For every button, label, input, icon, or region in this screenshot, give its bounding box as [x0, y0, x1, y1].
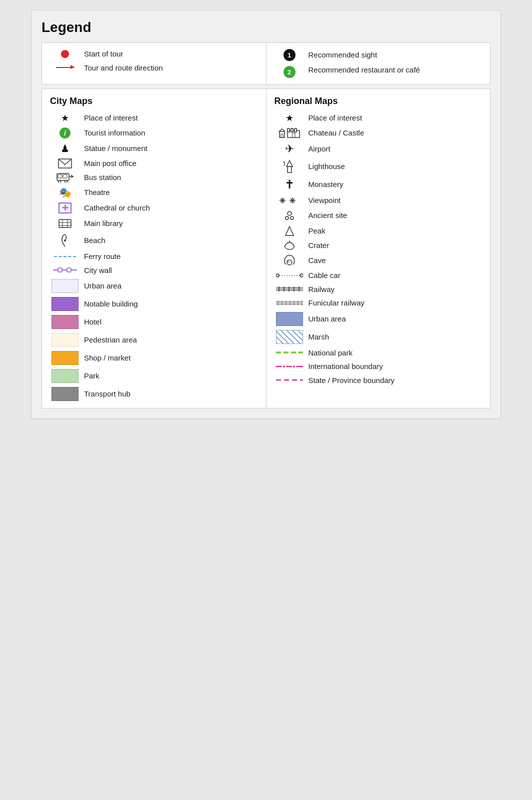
regional-maps-column: Regional Maps ★ Place of interest	[266, 89, 490, 408]
cathedral-church-icon-cell: ✛	[50, 202, 80, 214]
svg-point-37	[290, 216, 294, 220]
urban-area-regional-icon-cell	[274, 312, 304, 326]
svg-point-63	[283, 366, 285, 368]
theatre-row: 🎭 Theatre	[50, 186, 261, 198]
place-interest-regional-row: ★ Place of interest	[274, 112, 486, 124]
cathedral-church-label: Cathedral or church	[80, 203, 261, 213]
viewpoint-label: Viewpoint	[304, 196, 486, 206]
funicular-railway-icon-cell	[274, 300, 304, 306]
svg-point-5	[65, 180, 68, 183]
urban-area-city-box-icon	[52, 279, 78, 293]
urban-area-city-row: Urban area	[50, 279, 261, 293]
svg-rect-19	[288, 128, 290, 132]
svg-rect-23	[288, 166, 292, 172]
recommended-sight-icon-cell: 1	[274, 49, 304, 61]
ancient-site-label: Ancient site	[304, 210, 486, 220]
national-park-line-icon	[276, 350, 303, 354]
city-wall-row: City wall	[50, 266, 261, 276]
beach-icon-cell	[50, 234, 80, 248]
marsh-box-icon	[276, 330, 303, 344]
svg-point-42	[276, 274, 279, 277]
place-interest-regional-icon-cell: ★	[274, 112, 304, 124]
main-post-office-label: Main post office	[80, 158, 261, 168]
airport-icon-cell: ✈	[274, 142, 304, 156]
marsh-label: Marsh	[304, 332, 486, 342]
airport-label: Airport	[304, 144, 486, 154]
viewpoint-icon	[278, 196, 300, 206]
international-boundary-label: International boundary	[304, 362, 486, 372]
notable-building-box-icon	[52, 297, 78, 311]
green-info-icon: i	[60, 128, 70, 138]
num-2-icon: 2	[284, 66, 296, 78]
ancient-site-icon-cell	[274, 210, 304, 222]
star-icon: ★	[61, 112, 69, 124]
svg-rect-22	[292, 133, 295, 138]
shop-market-label: Shop / market	[80, 353, 261, 363]
hotel-row: Hotel	[50, 315, 261, 329]
notable-building-row: Notable building	[50, 297, 261, 311]
cave-row: Cave	[274, 254, 486, 266]
transport-hub-box-icon	[52, 387, 78, 401]
notable-building-label: Notable building	[80, 299, 261, 309]
cross-icon: ✝	[284, 178, 294, 192]
top-section: Start of tour Tour and route direction 1…	[42, 42, 490, 84]
shop-market-icon-cell	[50, 351, 80, 365]
red-arrow-icon	[56, 67, 74, 68]
park-icon-cell	[50, 369, 80, 383]
cave-icon-cell	[274, 254, 304, 266]
statue-monument-row: ♟ Statue / monument	[50, 142, 261, 154]
svg-rect-20	[291, 128, 293, 132]
start-of-tour-icon-cell	[50, 50, 80, 58]
svg-rect-17	[281, 134, 283, 138]
transport-hub-icon-cell	[50, 387, 80, 401]
chateau-castle-label: Chateau / Castle	[304, 128, 486, 138]
airport-row: ✈ Airport	[274, 142, 486, 156]
place-interest-regional-label: Place of interest	[304, 113, 486, 123]
transport-hub-label: Transport hub	[80, 389, 261, 399]
ferry-dashed-line-icon	[54, 256, 76, 257]
svg-point-36	[286, 216, 288, 220]
pedestrian-area-icon-cell	[50, 333, 80, 347]
svg-point-4	[58, 180, 61, 183]
place-interest-city-icon: ★	[50, 112, 80, 124]
hotel-icon-cell	[50, 315, 80, 329]
start-of-tour-label: Start of tour	[80, 49, 258, 59]
viewpoint-icon-cell	[274, 196, 304, 206]
peak-label: Peak	[304, 226, 486, 236]
marsh-icon-cell	[274, 330, 304, 344]
tourist-info-row: i Tourist information	[50, 128, 261, 138]
peak-row: Peak	[274, 226, 486, 236]
bus-station-row: Bus station	[50, 172, 261, 182]
park-box-icon	[52, 369, 78, 383]
beach-label: Beach	[80, 236, 261, 246]
bus-station-icon-cell	[50, 172, 80, 182]
ferry-route-label: Ferry route	[80, 252, 261, 262]
top-left-panel: Start of tour Tour and route direction	[42, 43, 266, 84]
railway-icon-cell	[274, 286, 304, 292]
arrow-line	[56, 67, 74, 68]
cable-car-line-icon	[276, 272, 303, 279]
airplane-icon: ✈	[285, 142, 294, 156]
ancient-site-row: Ancient site	[274, 210, 486, 222]
recommended-restaurant-label: Recommended restaurant or café	[304, 65, 482, 75]
theatre-icon-cell: 🎭	[50, 186, 80, 198]
railway-label: Railway	[304, 284, 486, 294]
place-interest-city-label: Place of interest	[80, 113, 261, 123]
svg-point-12	[64, 240, 66, 242]
recommended-sight-row: 1 Recommended sight	[274, 49, 482, 61]
svg-rect-15	[67, 268, 71, 272]
railway-row: Railway	[274, 284, 486, 294]
urban-area-regional-box-icon	[276, 312, 303, 326]
international-boundary-icon-cell	[274, 364, 304, 368]
pedestrian-area-row: Pedestrian area	[50, 333, 261, 347]
route-direction-row: Tour and route direction	[50, 63, 258, 73]
city-maps-column: City Maps ★ Place of interest i Tourist …	[42, 89, 266, 408]
lighthouse-row: Lighthouse	[274, 160, 486, 174]
main-section: City Maps ★ Place of interest i Tourist …	[42, 88, 490, 408]
pawn-icon: ♟	[60, 142, 70, 154]
national-park-label: National park	[304, 348, 486, 358]
city-wall-label: City wall	[80, 266, 261, 276]
svg-rect-2	[58, 174, 62, 178]
ancient-site-icon	[284, 210, 296, 222]
tourist-info-icon-cell: i	[50, 128, 80, 138]
